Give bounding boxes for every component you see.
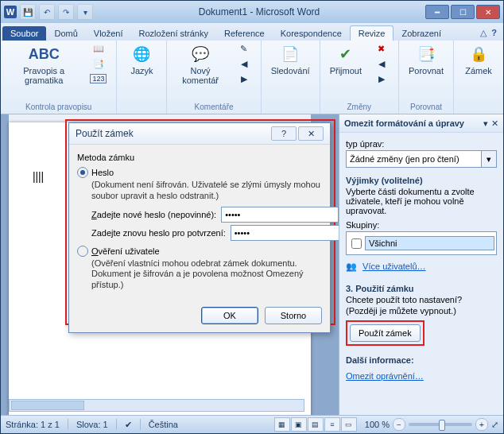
- cancel-button[interactable]: Storno: [265, 307, 322, 324]
- tracking-button[interactable]: 📄 Sledování: [268, 42, 313, 77]
- view-outline[interactable]: ≡: [324, 417, 340, 432]
- view-draft[interactable]: ▭: [341, 417, 357, 432]
- abc-check-icon: ABC: [33, 44, 55, 64]
- spellcheck-label: Pravopis a gramatika: [10, 66, 77, 85]
- ok-button[interactable]: OK: [201, 307, 258, 324]
- spellcheck-button[interactable]: ABC Pravopis a gramatika: [7, 42, 80, 87]
- qat-redo-icon[interactable]: ↷: [58, 4, 74, 20]
- group-everyone-checkbox[interactable]: [351, 238, 362, 249]
- next-change-icon: ▶: [378, 74, 385, 84]
- language-button[interactable]: 🌐 Jazyk: [123, 42, 160, 77]
- method-label: Metoda zámku: [77, 153, 322, 162]
- research-button[interactable]: 📖: [87, 42, 110, 56]
- next-icon: ▶: [241, 74, 247, 84]
- thesaurus-button[interactable]: 📑: [87, 57, 110, 71]
- window-title: Dokument1 - Microsoft Word: [93, 6, 425, 17]
- edit-type-value: Žádné změny (jen pro čtení): [346, 150, 482, 168]
- reject-button[interactable]: ✖: [371, 42, 392, 56]
- view-web[interactable]: ▤: [308, 417, 324, 432]
- restrict-permission-link[interactable]: Omezit oprávnění…: [346, 371, 424, 381]
- zoom-fit-icon[interactable]: ⤢: [491, 420, 498, 430]
- ribbon: ABC Pravopis a gramatika 📖 📑 123 Kontrol…: [1, 41, 503, 114]
- radio-password[interactable]: Heslo: [77, 167, 322, 178]
- zoom-value[interactable]: 100 %: [365, 420, 390, 429]
- tab-references[interactable]: Reference: [216, 26, 273, 41]
- group-proofing-label: Kontrola pravopisu: [25, 102, 91, 112]
- dialog-close-button[interactable]: ✕: [298, 126, 324, 141]
- password-confirm-input[interactable]: [231, 225, 339, 241]
- edit-type-label: typ úprav:: [346, 139, 497, 149]
- thesaurus-icon: 📑: [93, 59, 104, 69]
- qat-save-icon[interactable]: 💾: [20, 4, 36, 20]
- exceptions-text: Vyberte části dokumentu a zvolte uživate…: [346, 187, 497, 215]
- language-label: Jazyk: [130, 66, 153, 76]
- new-comment-label: Nový komentář: [176, 66, 223, 85]
- restrict-editing-pane: Omezit formátování a úpravy ▾ ✕ typ úpra…: [339, 114, 503, 415]
- next-comment-button[interactable]: ▶: [234, 72, 254, 86]
- radio-userauth-indicator: [77, 246, 88, 257]
- zoom-slider[interactable]: [409, 423, 472, 426]
- tab-insert[interactable]: Vložení: [86, 26, 131, 41]
- groups-label: Skupiny:: [346, 220, 497, 230]
- radio-userauth-label: Ověření uživatele: [91, 246, 160, 256]
- pw2-label: Zadejte znovu heslo pro potvrzení:: [91, 228, 226, 238]
- wordcount-button[interactable]: 123: [87, 72, 110, 85]
- compare-button[interactable]: 📑 Porovnat: [405, 42, 447, 77]
- groups-listbox[interactable]: Všichni: [346, 231, 497, 255]
- new-comment-button[interactable]: 💬 Nový komentář: [173, 42, 227, 87]
- radio-userauth[interactable]: Ověření uživatele Ověření uživatele: [77, 246, 322, 257]
- document-area[interactable]: | | | | Použít zámek ? ✕ Metoda zámku: [1, 114, 339, 415]
- minimize-ribbon-icon[interactable]: △: [480, 28, 487, 38]
- close-button[interactable]: ✕: [476, 5, 500, 19]
- prev-change-button[interactable]: ◀: [371, 57, 392, 71]
- apply-lock-button[interactable]: Použít zámek: [350, 324, 421, 342]
- side-dropdown-icon[interactable]: ▾: [483, 118, 488, 129]
- horizontal-scrollbar[interactable]: [9, 399, 304, 412]
- view-fullscreen[interactable]: ▣: [291, 417, 307, 432]
- tab-review[interactable]: Revize: [350, 25, 394, 41]
- more-users-link[interactable]: Více uživatelů…: [362, 262, 425, 271]
- delete-comment-icon: ✎: [240, 44, 247, 54]
- qat-customize-icon[interactable]: ▾: [77, 4, 93, 20]
- accept-label: Přijmout: [330, 66, 362, 76]
- delete-comment-button[interactable]: ✎: [234, 42, 254, 56]
- status-proof-icon[interactable]: ✔: [125, 420, 132, 430]
- apply-heading: 3. Použití zámku: [346, 284, 497, 293]
- document-page[interactable]: | | | | Použít zámek ? ✕ Metoda zámku: [9, 122, 311, 415]
- tracking-label: Sledování: [271, 66, 310, 76]
- apply-lock-dialog: Použít zámek ? ✕ Metoda zámku Heslo: [68, 122, 331, 333]
- app-icon: W: [4, 6, 17, 18]
- group-everyone-label: Všichni: [365, 236, 494, 250]
- group-compare-label: Porovnat: [410, 102, 442, 112]
- zoom-in-button[interactable]: +: [475, 418, 488, 431]
- apply-text1: Chcete použít toto nastavení?: [346, 295, 497, 304]
- tab-mailings[interactable]: Korespondence: [273, 26, 350, 41]
- globe-icon: 🌐: [130, 44, 153, 64]
- edit-type-dropdown[interactable]: Žádné změny (jen pro čtení) ▾: [346, 150, 497, 168]
- zoom-out-button[interactable]: −: [393, 418, 405, 431]
- status-language[interactable]: Čeština: [149, 420, 178, 429]
- qat-undo-icon[interactable]: ↶: [39, 4, 55, 20]
- status-page[interactable]: Stránka: 1 z 1: [6, 420, 60, 429]
- view-print-layout[interactable]: ▦: [274, 417, 290, 432]
- dialog-help-button[interactable]: ?: [271, 126, 297, 141]
- help-icon[interactable]: ?: [491, 28, 497, 38]
- next-change-button[interactable]: ▶: [371, 72, 392, 86]
- group-changes-label: Změny: [347, 102, 372, 112]
- password-input[interactable]: [221, 207, 339, 223]
- status-words[interactable]: Slova: 1: [76, 420, 108, 429]
- radio-password-label: Heslo: [91, 168, 114, 177]
- tab-view[interactable]: Zobrazení: [394, 26, 449, 41]
- exceptions-heading: Výjimky (volitelné): [346, 176, 497, 185]
- protect-button[interactable]: 🔒 Zámek: [460, 42, 497, 77]
- accept-button[interactable]: ✔ Přijmout: [327, 42, 365, 77]
- dialog-title: Použít zámek: [76, 128, 134, 139]
- users-icon: 👥: [346, 262, 357, 271]
- tab-file[interactable]: Soubor: [2, 26, 46, 41]
- minimize-button[interactable]: ━: [425, 5, 449, 19]
- side-close-icon[interactable]: ✕: [491, 118, 498, 129]
- prev-comment-button[interactable]: ◀: [234, 57, 254, 71]
- tab-layout[interactable]: Rozložení stránky: [131, 26, 216, 41]
- tab-home[interactable]: Domů: [46, 26, 85, 41]
- maximize-button[interactable]: ☐: [451, 5, 475, 19]
